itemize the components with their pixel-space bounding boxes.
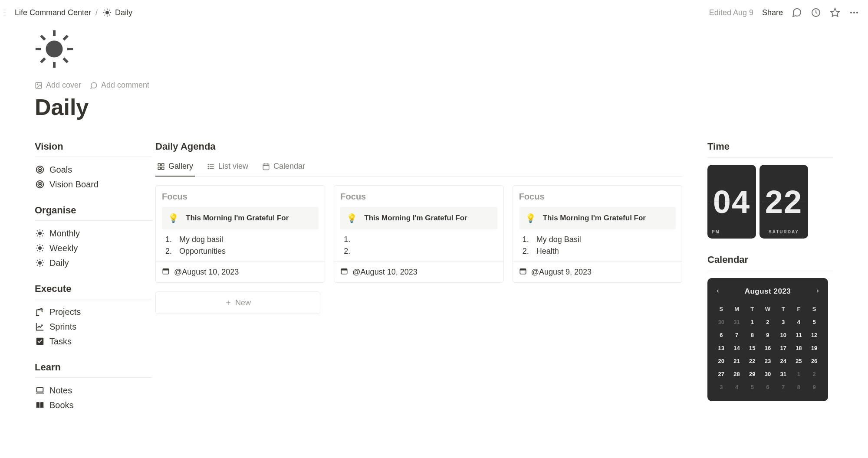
sidebar-toggle-icon[interactable] xyxy=(3,9,8,16)
grateful-list: 1.My dog Basil2.Health xyxy=(519,234,676,257)
svg-point-31 xyxy=(38,232,42,235)
svg-line-48 xyxy=(42,245,43,246)
nav-item-books[interactable]: Books xyxy=(35,398,152,412)
date-icon xyxy=(162,267,170,277)
gallery-card[interactable]: Focus 💡 This Morning I'm Grateful For 1.… xyxy=(155,185,325,283)
share-button[interactable]: Share xyxy=(762,8,783,17)
nav-item-goals[interactable]: Goals xyxy=(35,162,152,177)
svg-point-69 xyxy=(208,168,209,169)
cal-day[interactable]: 3 xyxy=(713,380,729,393)
cal-day[interactable]: 19 xyxy=(806,341,822,354)
edited-label: Edited Aug 9 xyxy=(709,8,753,17)
breadcrumb-current[interactable]: Daily xyxy=(115,8,132,17)
cal-day[interactable]: 7 xyxy=(729,328,745,341)
list-number: 1. xyxy=(165,235,173,244)
nav-item-daily[interactable]: Daily xyxy=(35,255,152,270)
cal-day[interactable]: 2 xyxy=(806,367,822,380)
cal-day[interactable]: 31 xyxy=(729,315,745,328)
cal-prev-button[interactable] xyxy=(713,286,722,297)
add-cover-button[interactable]: Add cover xyxy=(35,81,81,90)
cal-day[interactable]: 20 xyxy=(713,354,729,367)
svg-rect-79 xyxy=(520,269,526,271)
cal-day[interactable]: 1 xyxy=(744,315,760,328)
svg-line-35 xyxy=(42,236,43,236)
nav-item-sprints[interactable]: Sprints xyxy=(35,319,152,334)
comments-icon[interactable] xyxy=(792,7,802,18)
cal-day[interactable]: 5 xyxy=(744,380,760,393)
page-icon[interactable] xyxy=(35,29,833,70)
cal-day[interactable]: 24 xyxy=(776,354,791,367)
clock-icon[interactable] xyxy=(811,7,821,18)
cal-day[interactable]: 6 xyxy=(713,328,729,341)
cal-day[interactable]: 13 xyxy=(713,341,729,354)
add-comment-button[interactable]: Add comment xyxy=(90,81,149,90)
cal-day[interactable]: 22 xyxy=(744,354,760,367)
crane-icon xyxy=(35,307,45,317)
cal-day[interactable]: 29 xyxy=(744,367,760,380)
cal-day[interactable]: 21 xyxy=(729,354,745,367)
gallery-card[interactable]: Focus 💡 This Morning I'm Grateful For 1.… xyxy=(334,185,503,283)
cal-day[interactable]: 1 xyxy=(791,367,807,380)
cal-day[interactable]: 14 xyxy=(729,341,745,354)
cal-day[interactable]: 7 xyxy=(776,380,791,393)
list-number: 2. xyxy=(344,247,352,256)
date-icon xyxy=(519,267,527,277)
cal-day[interactable]: 27 xyxy=(713,367,729,380)
cal-day[interactable]: 4 xyxy=(729,380,745,393)
cal-day[interactable]: 10 xyxy=(776,328,791,341)
cal-day[interactable]: 9 xyxy=(806,380,822,393)
date-icon xyxy=(340,267,348,277)
cal-day[interactable]: 15 xyxy=(744,341,760,354)
cal-day[interactable]: 18 xyxy=(791,341,807,354)
svg-line-38 xyxy=(37,236,38,236)
tab-gallery[interactable]: Gallery xyxy=(155,157,195,176)
star-icon[interactable] xyxy=(830,7,840,18)
cal-day[interactable]: 30 xyxy=(713,315,729,328)
cal-day[interactable]: 6 xyxy=(760,380,776,393)
new-card-button[interactable]: New xyxy=(155,291,320,314)
card-date: @August 9, 2023 xyxy=(531,268,592,277)
checkbox-icon xyxy=(35,336,45,347)
cal-dow: W xyxy=(760,302,776,315)
nav-item-projects[interactable]: Projects xyxy=(35,304,152,319)
cal-day[interactable]: 11 xyxy=(791,328,807,341)
cal-dow: S xyxy=(713,302,729,315)
cal-day[interactable]: 9 xyxy=(760,328,776,341)
nav-item-monthly[interactable]: Monthly xyxy=(35,226,152,241)
cal-day[interactable]: 8 xyxy=(791,380,807,393)
breadcrumb-parent[interactable]: Life Command Center xyxy=(15,8,91,17)
card-date: @August 10, 2023 xyxy=(352,268,417,277)
cal-day[interactable]: 12 xyxy=(806,328,822,341)
cal-day[interactable]: 2 xyxy=(760,315,776,328)
nav-label: Books xyxy=(49,400,74,410)
svg-line-53 xyxy=(42,265,43,266)
nav-item-weekly[interactable]: Weekly xyxy=(35,241,152,255)
cal-day[interactable]: 26 xyxy=(806,354,822,367)
cal-day[interactable]: 17 xyxy=(776,341,791,354)
cal-day[interactable]: 8 xyxy=(744,328,760,341)
cal-day[interactable]: 16 xyxy=(760,341,776,354)
cal-day[interactable]: 31 xyxy=(776,367,791,380)
book-icon xyxy=(35,400,45,410)
cal-next-button[interactable] xyxy=(813,286,822,297)
card-callout: 💡 This Morning I'm Grateful For xyxy=(340,207,497,229)
nav-item-notes[interactable]: Notes xyxy=(35,383,152,398)
nav-item-tasks[interactable]: Tasks xyxy=(35,334,152,349)
tab-list-view[interactable]: List view xyxy=(205,157,250,176)
nav-label: Vision Board xyxy=(49,180,99,190)
time-title: Time xyxy=(707,141,833,152)
page-title[interactable]: Daily xyxy=(35,94,833,120)
cal-day[interactable]: 25 xyxy=(791,354,807,367)
gallery-card[interactable]: Focus 💡 This Morning I'm Grateful For 1.… xyxy=(513,185,682,283)
cal-day[interactable]: 3 xyxy=(776,315,791,328)
cal-day[interactable]: 4 xyxy=(791,315,807,328)
nav-item-vision-board[interactable]: Vision Board xyxy=(35,177,152,192)
tab-label: Calendar xyxy=(273,162,305,171)
cal-day[interactable]: 30 xyxy=(760,367,776,380)
tab-calendar[interactable]: Calendar xyxy=(260,157,307,176)
more-icon[interactable] xyxy=(849,7,859,18)
cal-day[interactable]: 28 xyxy=(729,367,745,380)
cal-day[interactable]: 23 xyxy=(760,354,776,367)
cal-day[interactable]: 5 xyxy=(806,315,822,328)
list-item-text: Health xyxy=(536,247,559,256)
